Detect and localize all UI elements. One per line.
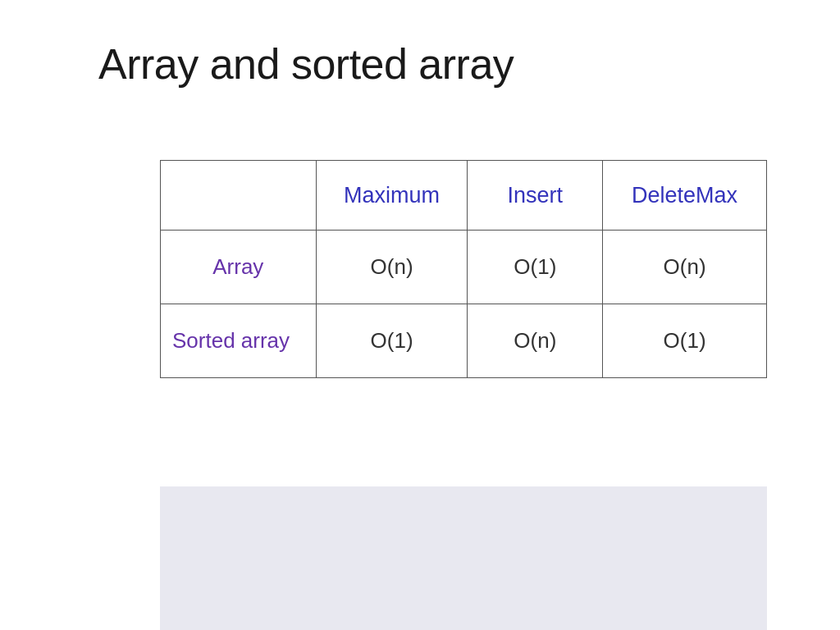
page-title: Array and sorted array — [98, 39, 514, 89]
sorted-deletemax: O(1) — [603, 304, 767, 378]
array-deletemax: O(n) — [603, 231, 767, 304]
header-col-maximum: Maximum — [316, 161, 468, 231]
bottom-shaded-area — [160, 486, 767, 630]
header-col-deletemax: DeleteMax — [603, 161, 767, 231]
comparison-table: Maximum Insert DeleteMax Array O(n) O(1)… — [160, 160, 767, 378]
array-insert: O(1) — [468, 231, 603, 304]
header-col-insert: Insert — [468, 161, 603, 231]
comparison-table-wrapper: Maximum Insert DeleteMax Array O(n) O(1)… — [160, 160, 767, 378]
table-header-row: Maximum Insert DeleteMax — [161, 161, 767, 231]
header-col0 — [161, 161, 317, 231]
table-row-sorted: Sorted array O(1) O(n) O(1) — [161, 304, 767, 378]
page-container: Array and sorted array Maximum Insert De… — [0, 0, 840, 630]
sorted-insert: O(n) — [468, 304, 603, 378]
row-label-array: Array — [161, 231, 317, 304]
sorted-maximum: O(1) — [316, 304, 468, 378]
table-row-array: Array O(n) O(1) O(n) — [161, 231, 767, 304]
row-label-sorted: Sorted array — [161, 304, 317, 378]
array-maximum: O(n) — [316, 231, 468, 304]
